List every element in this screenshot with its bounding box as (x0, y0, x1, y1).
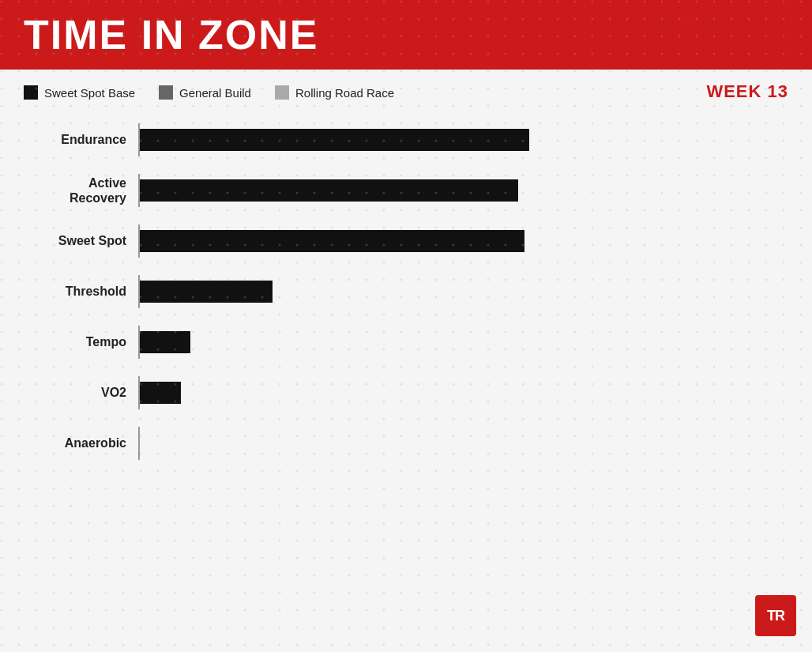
bar (140, 129, 529, 151)
bar (140, 331, 190, 353)
bar-track (140, 125, 765, 155)
legend-item-general-build: General Build (159, 85, 251, 100)
bar-segment (140, 331, 190, 353)
legend-label-sweet-spot-base: Sweet Spot Base (44, 86, 135, 100)
bar-segment (140, 179, 518, 202)
bar (140, 179, 518, 202)
chart-row-label: ActiveRecovery (24, 175, 138, 205)
header-banner: TIME IN ZONE (0, 0, 812, 70)
bar-segment (140, 382, 181, 404)
chart-container: EnduranceActiveRecoverySweet SpotThresho… (0, 115, 812, 493)
bar-segment (140, 230, 524, 252)
legend-item-rolling-road-race: Rolling Road Race (275, 85, 394, 100)
week-badge: WEEK 13 (706, 81, 788, 102)
chart-row-label: Tempo (24, 334, 138, 349)
chart-row-label: Sweet Spot (24, 233, 138, 248)
chart-row: Tempo (24, 326, 765, 359)
bar (140, 382, 181, 404)
chart-row: ActiveRecovery (24, 174, 765, 207)
legend-label-general-build: General Build (179, 86, 251, 100)
bar-track (140, 428, 765, 458)
chart-row-label: Threshold (24, 284, 138, 299)
legend-item-sweet-spot-base: Sweet Spot Base (24, 85, 135, 100)
page-title: TIME IN ZONE (24, 14, 319, 55)
bar-segment (140, 281, 273, 303)
bar-track (140, 378, 765, 408)
legend-swatch-general-build (159, 85, 173, 100)
bar (140, 281, 273, 303)
bar (140, 230, 524, 252)
bar-track (140, 327, 765, 357)
chart-row-label: Endurance (24, 132, 138, 147)
tr-logo: TR (755, 595, 796, 636)
legend-swatch-rolling-road-race (275, 85, 289, 100)
chart-row-label: Anaerobic (24, 435, 138, 450)
chart-row: VO2 (24, 376, 765, 409)
legend-label-rolling-road-race: Rolling Road Race (295, 86, 394, 100)
chart-row-label: VO2 (24, 385, 138, 400)
chart-row: Threshold (24, 275, 765, 308)
bar-segment (140, 129, 529, 151)
bar-track (140, 277, 765, 307)
chart-row: Sweet Spot (24, 224, 765, 258)
legend-swatch-sweet-spot-base (24, 85, 38, 100)
chart-row: Anaerobic (24, 427, 765, 460)
bar-track (140, 175, 765, 205)
tr-logo-text: TR (767, 608, 784, 624)
bar-track (140, 226, 765, 256)
chart-row: Endurance (24, 123, 765, 156)
legend: Sweet Spot Base General Build Rolling Ro… (0, 70, 812, 107)
